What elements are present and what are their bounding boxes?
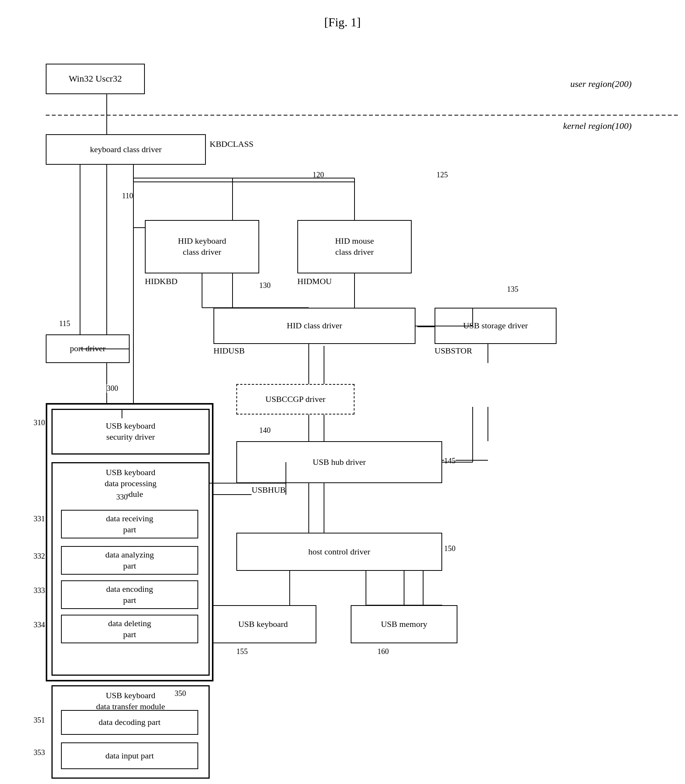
ref-332: 332 xyxy=(34,552,45,561)
usb-storage-driver-box: USB storage driver xyxy=(435,308,557,344)
page: [Fig. 1] xyxy=(0,0,685,784)
ref-350: 350 xyxy=(175,689,186,698)
ref-330: 330 xyxy=(116,493,128,501)
usb-hub-driver-box: USB hub driver xyxy=(236,441,442,483)
usbhub-label: USBHUB xyxy=(252,485,286,495)
ref-150: 150 xyxy=(444,544,456,553)
hidmou-label: HIDMOU xyxy=(297,277,332,286)
ref-125: 125 xyxy=(437,171,448,179)
user-region-label: user region(200) xyxy=(570,79,631,89)
ref-145: 145 xyxy=(444,457,456,465)
data-decoding-box: data decoding part xyxy=(61,710,198,735)
data-analyzing-box: data analyzing part xyxy=(61,546,198,575)
data-receiving-box: data receiving part xyxy=(61,510,198,538)
ref-120: 120 xyxy=(313,171,324,179)
diagram-area: user region(200) kernel region(100) Win3… xyxy=(23,41,662,784)
data-encoding-box: data encoding part xyxy=(61,581,198,609)
data-deleting-box: data deleting part xyxy=(61,615,198,643)
hid-mouse-class-driver-box: HID mouse class driver xyxy=(297,220,412,273)
ref-310: 310 xyxy=(34,418,45,427)
kbdclass-label: KBDCLASS xyxy=(209,139,253,149)
ref-331: 331 xyxy=(34,514,45,523)
ref-140: 140 xyxy=(259,426,271,435)
kernel-region-label: kernel region(100) xyxy=(563,121,631,131)
usb-keyboard-device-box: USB keyboard xyxy=(209,605,317,643)
hid-class-driver-box: HID class driver xyxy=(213,308,416,344)
usbccgp-driver-box: USBCCGP driver xyxy=(236,384,354,415)
figure-title: [Fig. 1] xyxy=(23,15,662,29)
usb-kbd-data-proc-label: USB keyboard data processing module xyxy=(53,463,208,500)
ref-130: 130 xyxy=(259,281,271,290)
keyboard-class-driver-box: keyboard class driver xyxy=(46,134,206,165)
hidkbd-label: HIDKBD xyxy=(145,277,178,286)
ref-333: 333 xyxy=(34,586,45,595)
host-control-driver-box: host control driver xyxy=(236,533,442,571)
ref-135: 135 xyxy=(507,285,518,294)
ref-155: 155 xyxy=(236,647,248,656)
ref-160: 160 xyxy=(377,647,389,656)
usbstor-label: USBSTOR xyxy=(435,346,472,356)
hidusb-label: HIDUSB xyxy=(213,346,245,356)
ref-300: 300 xyxy=(107,384,118,393)
usb-memory-box: USB memory xyxy=(351,605,458,643)
ref-110: 110 xyxy=(122,192,133,200)
ref-115: 115 xyxy=(59,319,70,328)
usb-keyboard-security-driver-box: USB keyboard security driver xyxy=(52,409,209,455)
ref-351: 351 xyxy=(34,716,45,724)
hid-keyboard-class-driver-box: HID keyboard class driver xyxy=(145,220,259,273)
ref-353: 353 xyxy=(34,748,45,757)
data-input-box: data input part xyxy=(61,742,198,769)
port-driver-box: port driver xyxy=(46,334,130,363)
win32-box: Win32 Uscr32 xyxy=(46,64,145,94)
ref-334: 334 xyxy=(34,620,45,629)
